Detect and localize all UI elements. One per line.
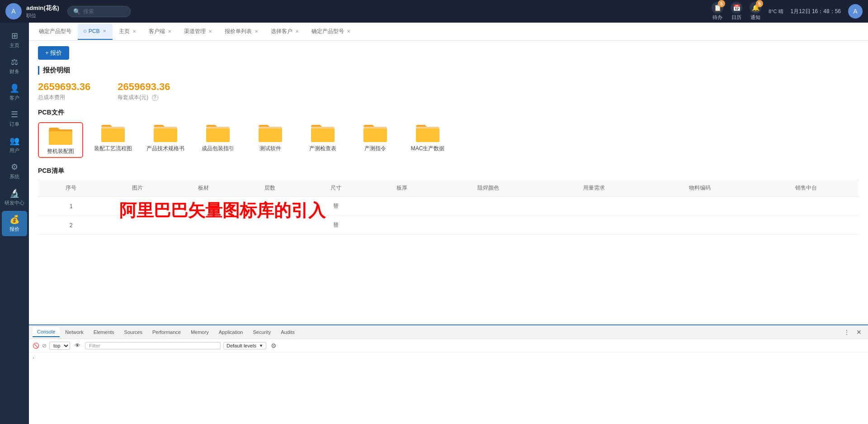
tab-pcb-close[interactable]: ✕ [102, 28, 107, 34]
sidebar-item-rd[interactable]: 🔬 研发中心 [2, 185, 27, 210]
folder-checklist-label: 产测检查表 [309, 145, 336, 152]
folder-test-instruction[interactable]: 产测指令 [353, 122, 398, 158]
devtools-pause-icon[interactable]: ⊘ [42, 343, 47, 349]
devtools-filter-input[interactable] [85, 342, 221, 349]
folder-mac-label: MAC生产数据 [411, 145, 445, 152]
folder-icon-software [258, 122, 283, 143]
nav-user: admin(花名) 职位 [26, 4, 59, 19]
folder-assembly-process[interactable]: 装配工艺流程图 [90, 122, 136, 158]
row1-img [104, 197, 170, 216]
sidebar-item-customer[interactable]: 👤 客户 [2, 80, 27, 105]
devtools-context-select[interactable]: top [49, 342, 70, 350]
todo-label: 待办 [712, 14, 722, 21]
nav-actions: 📋 5 待办 📅 日历 🔔 5 通知 8°C 晴 1月12日 16：48：56 … [712, 2, 863, 21]
tab-confirmproduct2-close[interactable]: ✕ [346, 29, 351, 34]
devtools-tab-sources[interactable]: Sources [120, 328, 147, 337]
svg-rect-2 [49, 131, 72, 145]
row2-sales [753, 216, 859, 235]
order-icon: ☰ [11, 110, 18, 119]
tab-quotelist[interactable]: 报价单列表 ✕ [219, 24, 264, 40]
nav-avatar[interactable]: A [5, 3, 22, 19]
row2-img [104, 216, 170, 235]
devtools-clear-icon[interactable]: 🚫 [33, 343, 39, 349]
folder-test-checklist[interactable]: 产测检查表 [300, 122, 345, 158]
quote-icon: 💰 [9, 214, 19, 224]
todo-badge: 5 [718, 0, 725, 7]
col-sales: 销售中台 [753, 180, 859, 197]
devtools-tab-elements[interactable]: Elements [89, 328, 119, 337]
row1-index: 1 [38, 197, 104, 216]
sidebar-item-home[interactable]: ⊞ 主页 [2, 27, 27, 52]
devtools-toolbar: 🚫 ⊘ top 👁 Default levels ▼ ⚙ [29, 339, 868, 353]
sidebar-item-order[interactable]: ☰ 订单 [2, 106, 27, 131]
folder-test-software[interactable]: 测试软件 [248, 122, 293, 158]
sidebar-item-user[interactable]: 👥 用户 [2, 132, 27, 157]
tab-confirmproduct2[interactable]: 确定产品型号 ✕ [306, 24, 357, 40]
search-input[interactable] [83, 8, 125, 14]
svg-rect-14 [363, 129, 387, 142]
row1-quantity [541, 197, 647, 216]
devtools-arrow[interactable]: › [33, 355, 34, 360]
tab-customer[interactable]: 客户端 ✕ [143, 24, 178, 40]
rd-icon: 🔬 [9, 188, 19, 198]
tab-pcb[interactable]: ○ PCB ✕ [78, 24, 113, 40]
devtools-close-btn[interactable]: ✕ [854, 328, 864, 337]
pcb-list-title: PCB清单 [38, 167, 859, 175]
sidebar: ⊞ 主页 ⚖ 财务 👤 客户 ☰ 订单 👥 用户 ⚙ 系统 🔬 研发中心 💰 [0, 23, 29, 424]
tab-selectcustomer[interactable]: 选择客户 ✕ [265, 24, 305, 40]
nav-notify-btn[interactable]: 🔔 5 通知 [750, 2, 761, 21]
search-icon: 🔍 [73, 8, 80, 15]
row2-solder [435, 216, 541, 235]
devtools-tab-security[interactable]: Security [248, 328, 275, 337]
devtools-eye-icon[interactable]: 👁 [73, 342, 82, 349]
nav-calendar-btn[interactable]: 📅 日历 [731, 2, 742, 21]
svg-rect-16 [416, 129, 439, 142]
folder-mac-data[interactable]: MAC生产数据 [405, 122, 450, 158]
folder-icon-instruction [363, 122, 388, 143]
devtools-settings-icon[interactable]: ⚙ [269, 341, 278, 350]
folder-icon-assembly [48, 125, 73, 146]
nav-search-bar[interactable]: 🔍 [67, 6, 131, 17]
devtools-tab-memory[interactable]: Memory [186, 328, 213, 337]
tab-customer-close[interactable]: ✕ [167, 29, 172, 34]
devtools-tab-application[interactable]: Application [214, 328, 248, 337]
cost2-block: 2659693.36 每套成本(元) ? [118, 81, 170, 101]
cost1-block: 2659693.36 总成本费用 [38, 81, 90, 101]
nav-weather: 8°C 晴 [769, 8, 783, 15]
devtools-tab-network[interactable]: Network [61, 328, 88, 337]
sidebar-item-quote[interactable]: 💰 报价 [2, 211, 27, 236]
nav-todo-btn[interactable]: 📋 5 待办 [712, 2, 723, 21]
cost2-info-icon[interactable]: ? [152, 95, 158, 101]
tab-confirm-product[interactable]: 确定产品型号 [33, 24, 77, 40]
sidebar-item-finance[interactable]: ⚖ 财务 [2, 53, 27, 79]
folder-instruction-label: 产测指令 [364, 145, 386, 152]
tab-channel-close[interactable]: ✕ [208, 29, 213, 34]
devtools-levels-dropdown[interactable]: Default levels ▼ [223, 342, 266, 349]
folder-product-spec[interactable]: 产品技术规格书 [143, 122, 188, 158]
sidebar-item-system[interactable]: ⚙ 系统 [2, 158, 27, 184]
tab-home-close[interactable]: ✕ [132, 29, 137, 34]
user-avatar-right[interactable]: A [848, 4, 863, 19]
tab-quotelist-close[interactable]: ✕ [254, 29, 259, 34]
sidebar-rd-label: 研发中心 [5, 200, 24, 206]
notify-badge: 5 [756, 0, 763, 7]
tab-channel[interactable]: 渠道管理 ✕ [179, 24, 218, 40]
table-row: 1 替 [38, 197, 859, 216]
quote-button[interactable]: + 报价 [38, 46, 69, 60]
folder-packing-guide[interactable]: 成品包装指引 [195, 122, 241, 158]
devtools-tab-console[interactable]: Console [33, 327, 60, 337]
folder-assembly-drawing[interactable]: 整机装配图 [38, 122, 83, 158]
devtools-more-btn[interactable]: ⋮ [841, 328, 853, 337]
table-row: 2 替 [38, 216, 859, 235]
devtools-levels-label: Default levels [226, 343, 256, 348]
col-quantity: 用量需求 [541, 180, 647, 197]
tab-home-label: 主页 [119, 28, 130, 35]
svg-rect-12 [311, 129, 335, 142]
tab-home[interactable]: 主页 ✕ [113, 24, 142, 40]
sidebar-customer-label: 客户 [9, 95, 19, 101]
devtools-tab-performance[interactable]: Performance [148, 328, 185, 337]
customer-icon: 👤 [9, 83, 19, 93]
folder-spec-label: 产品技术规格书 [146, 145, 184, 152]
devtools-tab-audits[interactable]: Audits [276, 328, 299, 337]
tab-selectcustomer-close[interactable]: ✕ [294, 29, 300, 34]
